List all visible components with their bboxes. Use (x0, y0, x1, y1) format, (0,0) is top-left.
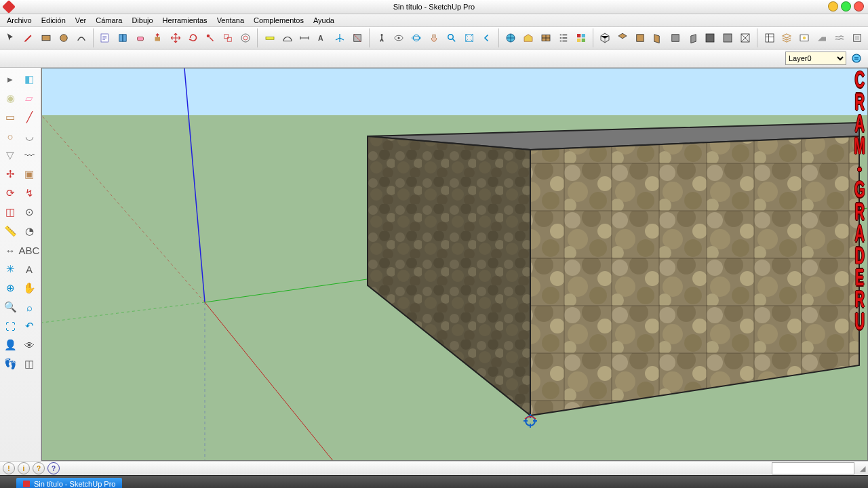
lookaround-button[interactable] (392, 30, 406, 46)
zoom-button[interactable] (445, 30, 459, 46)
status-icon-3[interactable]: ? (33, 462, 45, 474)
tape-button[interactable] (262, 30, 277, 46)
pencil-button[interactable] (22, 30, 36, 46)
top-button[interactable] (616, 30, 630, 46)
pos-tool[interactable]: 👤 (1, 336, 19, 354)
components-tool[interactable]: ◧ (20, 70, 38, 88)
eraser-tool[interactable]: ▱ (20, 89, 38, 107)
scale-tool[interactable]: ◫ (1, 203, 19, 221)
zoom-extents-button[interactable] (462, 30, 476, 46)
axes-button[interactable] (333, 30, 347, 46)
measurement-box[interactable] (772, 462, 854, 474)
orbit-button[interactable] (410, 30, 424, 46)
protractor-button[interactable] (280, 30, 294, 46)
rotate-button[interactable] (186, 30, 200, 46)
component-button[interactable] (539, 30, 553, 46)
section-tool[interactable]: ◫ (20, 355, 38, 373)
note-button[interactable] (98, 30, 113, 46)
circle-tool[interactable]: ○ (1, 127, 19, 145)
followme-button[interactable] (203, 30, 218, 46)
walk-tool[interactable]: 👣 (1, 355, 19, 373)
back-button[interactable] (668, 30, 682, 46)
text-button[interactable]: A (315, 30, 330, 46)
shade2-button[interactable] (721, 30, 735, 46)
prefs-button[interactable] (850, 30, 864, 46)
prev-tool[interactable]: ↶ (20, 317, 38, 335)
book-button[interactable] (116, 30, 130, 46)
axes-tool[interactable]: ✳ (1, 260, 19, 278)
select-tool[interactable]: ▸ (1, 70, 19, 88)
viewport[interactable]: CRAM-GRADERU (41, 68, 868, 461)
iso-button[interactable] (598, 30, 612, 46)
right-button[interactable] (650, 30, 665, 46)
poly-tool[interactable]: ▽ (1, 146, 19, 164)
rectangle-button[interactable] (39, 30, 54, 46)
left-button[interactable] (686, 30, 700, 46)
paint-tool[interactable]: ◉ (1, 89, 19, 107)
previous-button[interactable] (479, 30, 494, 46)
pushpull-button[interactable] (151, 30, 165, 46)
help-icon[interactable]: ? (47, 462, 60, 474)
layers-button[interactable] (780, 30, 794, 46)
arc-tool[interactable]: ◡ (20, 127, 38, 145)
shade-button[interactable] (703, 30, 717, 46)
layer-icon[interactable] (850, 52, 863, 64)
offset-button[interactable] (239, 30, 253, 46)
scenes-button[interactable] (797, 30, 812, 46)
dim-tool[interactable]: ↔ (1, 241, 19, 259)
geoloc-button[interactable] (504, 30, 518, 46)
resize-grip-icon[interactable]: ◢ (860, 464, 865, 473)
task-item[interactable]: Sin título - SketchUp Pro (16, 478, 122, 488)
pushpull-tool[interactable]: ▣ (20, 165, 38, 183)
close-button[interactable] (854, 1, 864, 12)
zoomw-tool[interactable]: ⌕ (20, 298, 38, 316)
apple-menu-icon[interactable] (3, 479, 14, 488)
wireframe-button[interactable] (738, 30, 753, 46)
outliner-button[interactable] (556, 30, 570, 46)
section-button[interactable] (350, 30, 364, 46)
dimension-button[interactable] (298, 30, 312, 46)
fog-button[interactable] (833, 30, 847, 46)
menu-cámara[interactable]: Cámara (92, 16, 126, 25)
maximize-button[interactable] (841, 1, 851, 12)
layer-select[interactable]: Layer0 (785, 52, 846, 65)
status-icon-1[interactable]: ! (3, 462, 15, 474)
status-icon-2[interactable]: i (18, 462, 30, 474)
text-tool[interactable]: ABC (20, 241, 38, 259)
rotate-tool[interactable]: ⟳ (1, 184, 19, 202)
menu-ver[interactable]: Ver (71, 16, 91, 25)
walk-button[interactable] (374, 30, 389, 46)
menu-complementos[interactable]: Complementos (250, 16, 308, 25)
menu-edición[interactable]: Edición (37, 16, 70, 25)
front-button[interactable] (633, 30, 648, 46)
zoom-tool[interactable]: 🔍 (1, 298, 19, 316)
minimize-button[interactable] (828, 1, 838, 12)
orbit-tool[interactable]: ⊕ (1, 279, 19, 297)
move-tool[interactable]: ✢ (1, 165, 19, 183)
freehand-tool[interactable]: 〰 (20, 146, 38, 164)
pan-button[interactable] (427, 30, 441, 46)
eraser-button[interactable] (134, 30, 148, 46)
move-button[interactable] (168, 30, 182, 46)
menu-dibujo[interactable]: Dibujo (127, 16, 157, 25)
rect-tool[interactable]: ▭ (1, 108, 19, 126)
arc-button[interactable] (74, 30, 88, 46)
menu-ayuda[interactable]: Ayuda (309, 16, 338, 25)
line-tool[interactable]: ╱ (20, 108, 38, 126)
menu-herramientas[interactable]: Herramientas (159, 16, 212, 25)
followme-tool[interactable]: ↯ (20, 184, 38, 202)
menu-archivo[interactable]: Archivo (3, 16, 36, 25)
select-button[interactable] (4, 30, 18, 46)
warehouse-button[interactable] (521, 30, 536, 46)
protractor-tool[interactable]: ◔ (20, 222, 38, 240)
look-tool[interactable]: 👁 (20, 336, 38, 354)
menu-ventana[interactable]: Ventana (213, 16, 248, 25)
offset-tool[interactable]: ⊙ (20, 203, 38, 221)
materials-button[interactable] (574, 30, 588, 46)
styles-button[interactable] (762, 30, 776, 46)
pan-tool[interactable]: ✋ (20, 279, 38, 297)
tape-tool[interactable]: 📏 (1, 222, 19, 240)
zoomext-tool[interactable]: ⛶ (1, 317, 19, 335)
shadows-button[interactable] (815, 30, 829, 46)
circle-button[interactable] (56, 30, 71, 46)
